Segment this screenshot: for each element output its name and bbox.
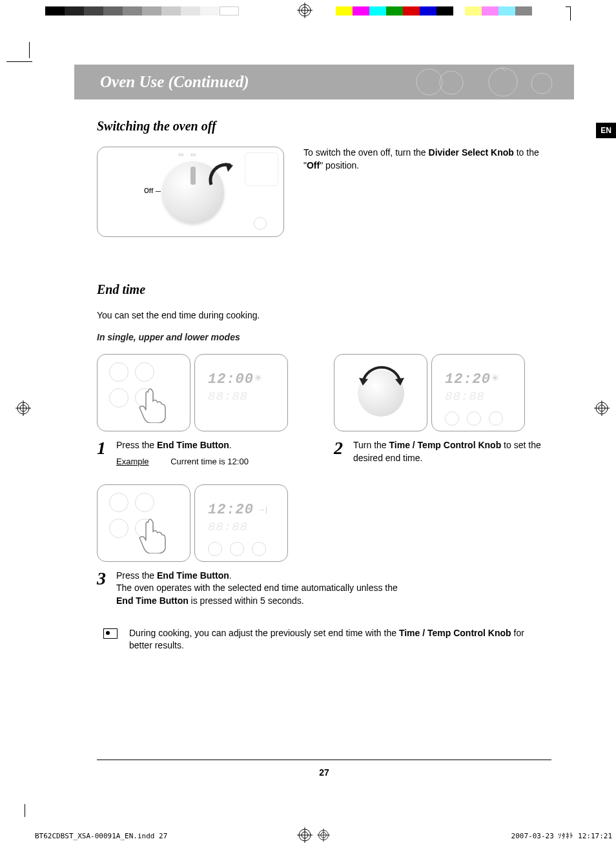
registration-mark-icon [317, 829, 330, 843]
display-secondary: 88:88 [208, 520, 248, 534]
example-row: Example Current time is 12:00 [116, 456, 314, 468]
crop-mark [6, 48, 32, 74]
panel-button-icon [208, 542, 222, 556]
step-body: Press the End Time Button. Example Curre… [116, 439, 314, 468]
text-span: During cooking, you can adjust the previ… [129, 628, 399, 638]
display-secondary: 88:88 [445, 389, 485, 404]
step-body: Turn the Time / Temp Control Knob to set… [353, 439, 551, 464]
step-3: 12:20 →| 88:88 3 Press the End Time Butt… [97, 484, 407, 608]
rotate-both-arrow-icon [354, 358, 409, 391]
clock-button-icon [254, 217, 267, 230]
rotate-arrow-icon [206, 159, 238, 191]
text-bold: End Time Button [116, 595, 189, 606]
light-indicator-icon: ✳ [491, 373, 499, 383]
svg-point-17 [440, 71, 463, 94]
display-secondary: 88:88 [208, 389, 248, 404]
registration-mark-icon [594, 400, 610, 416]
step-1: 12:00 ✳ 88:88 1 Press the End Time Butto… [97, 354, 314, 468]
grayscale-strip [45, 6, 239, 16]
end-time-desc: You can set the end time during cooking. [97, 310, 551, 320]
page-footer: 27 [97, 760, 551, 778]
section-title-end-time: End time [97, 282, 551, 297]
panel-button-icon [109, 388, 128, 408]
panel-button-icon [109, 362, 128, 382]
text-span: . [229, 440, 232, 450]
cmyk-strip [336, 6, 453, 16]
switch-off-row: ▭▭ Off To switch the oven off, turn the … [97, 147, 551, 237]
section-title-switch-off: Switching the oven off [97, 119, 551, 134]
step-2: 12:20 ✳ 88:88 2 Turn the Time / Temp Con… [334, 354, 551, 468]
imprint-left: BT62CDBST_XSA-00091A_EN.indd 27 [35, 832, 167, 840]
note-block: During cooking, you can adjust the previ… [97, 627, 551, 652]
off-label: Off [144, 187, 153, 194]
off-tick-mark [156, 191, 161, 192]
cmyk-tint-strip [465, 6, 532, 16]
light-indicator-icon: ✳ [254, 373, 262, 383]
figure-divider-knob: ▭▭ Off [97, 147, 284, 237]
registration-mark-icon [15, 400, 31, 416]
display-time: 12:00 [208, 371, 254, 388]
step-body: Press the End Time Button. The oven oper… [116, 570, 407, 608]
page-title: Oven Use (Continued) [74, 73, 249, 91]
language-badge: EN [596, 123, 616, 138]
step-number: 1 [97, 439, 110, 468]
text-bold: Divider Select Knob [429, 147, 514, 158]
text-bold: Off [307, 160, 320, 171]
panel-button-icon [109, 493, 128, 512]
panel-button-icon [109, 519, 128, 538]
panel-button-icon [467, 411, 481, 426]
panel-button-icon [135, 362, 154, 382]
panel-button-icon [489, 411, 503, 426]
text-span: To switch the oven off, turn the [303, 147, 429, 158]
panel-button-icon [445, 411, 459, 426]
corner-mark [566, 6, 571, 21]
end-time-sub: In single, upper and lower modes [97, 332, 551, 342]
hand-press-icon [136, 384, 167, 423]
display-time: 12:20 [445, 371, 491, 388]
text-span: Turn the [353, 440, 389, 450]
panel-button-icon [135, 493, 154, 512]
example-text: Current time is 12:00 [170, 457, 249, 466]
text-span: is pressed within 5 seconds. [189, 595, 304, 606]
panel-button-icon [252, 542, 266, 556]
steps-grid: 12:00 ✳ 88:88 1 Press the End Time Butto… [97, 354, 551, 608]
content-area: Switching the oven off ▭▭ Off To switch … [74, 99, 574, 652]
page-content: Oven Use (Continued) EN Switching the ov… [74, 65, 574, 790]
text-bold: End Time Button [157, 440, 229, 450]
figure-turn-knob [334, 354, 427, 431]
text-bold: Time / Temp Control Knob [389, 440, 502, 450]
text-span: Press the [116, 570, 157, 581]
note-text: During cooking, you can adjust the previ… [129, 627, 545, 652]
display-time: 12:20 [208, 502, 254, 518]
text-bold: Time / Temp Control Knob [399, 628, 511, 638]
end-indicator-icon: →| [258, 506, 267, 513]
registration-mark-icon [297, 3, 313, 18]
imprint-bar: BT62CDBST_XSA-00091A_EN.indd 27 2007-03-… [35, 832, 612, 840]
svg-point-18 [489, 68, 517, 96]
text-bold: End Time Button [157, 570, 229, 581]
panel-button-icon [230, 542, 244, 556]
header-band: Oven Use (Continued) [74, 65, 574, 99]
hand-press-icon [136, 515, 167, 553]
text-span: " position. [320, 160, 359, 171]
svg-point-16 [416, 69, 442, 95]
imprint-right: 2007-03-23 ｿﾀﾈﾄ 12:17:21 [511, 832, 612, 840]
step-number: 3 [97, 570, 110, 608]
note-envelope-icon [103, 628, 118, 639]
header-decoration-icon [413, 67, 555, 97]
figure-press-button [97, 484, 190, 562]
crop-mark [25, 804, 31, 811]
svg-point-19 [531, 73, 552, 94]
page-number: 27 [319, 767, 329, 778]
step-number: 2 [334, 439, 347, 464]
example-label: Example [116, 456, 149, 468]
figure-display-1220-confirm: 12:20 →| 88:88 [194, 484, 288, 562]
figure-press-button [97, 354, 190, 431]
figure-display-1220: 12:20 ✳ 88:88 [431, 354, 525, 431]
mode-icons: ▭▭ [178, 151, 196, 158]
switch-off-text: To switch the oven off, turn the Divider… [303, 147, 551, 237]
text-span: Press the [116, 440, 157, 450]
figure-display-1200: 12:00 ✳ 88:88 [194, 354, 288, 431]
